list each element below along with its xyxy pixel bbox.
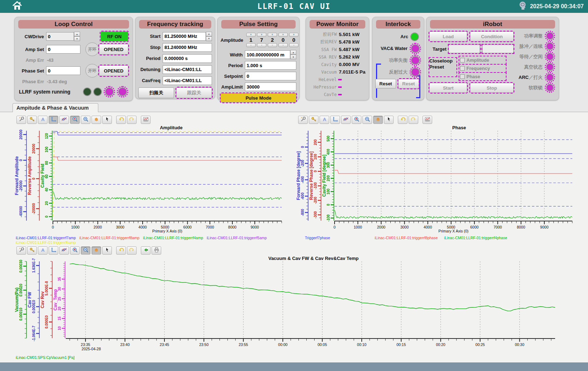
- svg-text:35: 35: [58, 277, 61, 281]
- freq-start-down-button[interactable]: ▼: [206, 36, 212, 41]
- cursor-button[interactable]: [384, 116, 394, 124]
- pulse-mode-button[interactable]: Pulse Mode: [221, 93, 296, 102]
- zoom-out-button[interactable]: [362, 116, 372, 124]
- zoom-out-button[interactable]: [81, 116, 90, 124]
- axes-button[interactable]: [49, 246, 58, 255]
- freq-start-spinner: ▲▼: [206, 32, 212, 41]
- frequency-checkbox[interactable]: [460, 66, 465, 71]
- axes-button[interactable]: [49, 116, 58, 124]
- curves-button[interactable]: [341, 116, 351, 124]
- key-button[interactable]: [27, 116, 37, 124]
- x-axis: 23:352025-04-2823:4023:4523:5023:5500:00…: [66, 338, 569, 353]
- target-field-2[interactable]: [482, 45, 514, 53]
- text-button[interactable]: A: [320, 116, 329, 124]
- amp-opened-button[interactable]: OPENED: [99, 44, 128, 55]
- freq-period-input[interactable]: [163, 54, 212, 63]
- svg-text:23:45: 23:45: [160, 342, 169, 347]
- phase-opened-button[interactable]: OPENED: [99, 65, 128, 76]
- digit-4-minus-button[interactable]: -: [278, 43, 288, 47]
- wrench-button[interactable]: [16, 116, 26, 124]
- plot-area[interactable]: [66, 261, 555, 338]
- cwdrive-down-button[interactable]: ▼: [74, 36, 80, 41]
- cursor-button[interactable]: [102, 246, 112, 255]
- zoom-in-button[interactable]: [70, 246, 80, 255]
- pan-button[interactable]: [373, 116, 383, 124]
- irobot-status-led-2: [546, 42, 554, 50]
- digit-5-plus-button[interactable]: +: [289, 33, 298, 37]
- digit-4-plus-button[interactable]: +: [278, 33, 288, 37]
- brain-icon[interactable]: [518, 1, 527, 12]
- load-button[interactable]: Load: [429, 31, 467, 41]
- pulse-width-up-button[interactable]: ▲: [290, 50, 296, 55]
- zoom-out-button[interactable]: [81, 246, 90, 255]
- condition-button[interactable]: Condition: [470, 31, 514, 41]
- amp-set-input[interactable]: [46, 45, 80, 54]
- undo-icon: [400, 116, 406, 123]
- target-field-1[interactable]: [449, 45, 480, 53]
- digit-2-plus-button[interactable]: +: [257, 33, 266, 37]
- text-button[interactable]: A: [38, 246, 48, 255]
- redo-button[interactable]: [409, 116, 418, 124]
- freq-stop-input[interactable]: [163, 43, 212, 52]
- cwdrive-up-button[interactable]: ▲: [74, 32, 80, 36]
- axes-button[interactable]: [330, 116, 340, 124]
- pulse-width-input[interactable]: [245, 50, 290, 59]
- plot-area[interactable]: [53, 131, 282, 221]
- phase-open-loop-button[interactable]: 开环: [85, 64, 99, 77]
- undo-button[interactable]: [398, 116, 407, 124]
- tab-amplitude-phase-vacuum[interactable]: Ampitude & Phase & Vacuum: [13, 103, 98, 112]
- zoom-in-button[interactable]: [352, 116, 361, 124]
- interlock-reset-button[interactable]: Reset: [375, 79, 396, 89]
- freq-detuning-input[interactable]: [163, 65, 212, 74]
- svg-text:100: 100: [45, 146, 49, 152]
- pan-button[interactable]: [92, 246, 101, 255]
- freq-start-input[interactable]: [163, 32, 206, 41]
- freq-button-1[interactable]: 扫频关: [138, 87, 174, 98]
- curves-icon: [343, 116, 349, 123]
- pan-button[interactable]: [92, 116, 101, 124]
- digit-2-minus-button[interactable]: -: [257, 43, 266, 47]
- pulse-period-input[interactable]: [245, 61, 296, 70]
- digit-3-minus-button[interactable]: -: [268, 43, 277, 47]
- curves-button[interactable]: [59, 246, 69, 255]
- phase-checkbox[interactable]: [460, 74, 465, 79]
- undo-button[interactable]: [116, 116, 126, 124]
- plot-area[interactable]: [335, 131, 572, 221]
- pulse-setpoint-input[interactable]: [245, 72, 296, 80]
- wrench-button[interactable]: [298, 116, 308, 124]
- pulse-amplimit-input[interactable]: [245, 82, 296, 91]
- freq-start-up-button[interactable]: ▲: [206, 32, 212, 36]
- digit-5-minus-button[interactable]: -: [289, 43, 298, 47]
- phase-set-input[interactable]: [46, 66, 80, 75]
- pulse-width-down-button[interactable]: ▼: [290, 55, 296, 59]
- print-button[interactable]: [152, 246, 161, 255]
- checkbox-row-frequency: Frequency: [459, 65, 506, 72]
- start-button[interactable]: Start: [429, 83, 467, 93]
- digit-1-plus-button[interactable]: +: [246, 33, 256, 37]
- cwdrive-input[interactable]: [46, 32, 74, 41]
- digit-3-plus-button[interactable]: +: [268, 33, 277, 37]
- zoom-in-button[interactable]: [70, 116, 80, 124]
- amplitude-checkbox[interactable]: [460, 58, 465, 62]
- cursor-button[interactable]: [102, 116, 112, 124]
- curves-button[interactable]: [59, 116, 69, 124]
- interlock-row: 反射过大: [372, 66, 424, 78]
- freq-cavfreq-input[interactable]: [163, 76, 212, 85]
- rf-on-button[interactable]: RF ON: [100, 31, 128, 41]
- wrench-button[interactable]: [16, 246, 26, 255]
- key-button[interactable]: [27, 246, 37, 255]
- interlock-reset2-button[interactable]: Reset: [398, 79, 419, 89]
- snapshot-button[interactable]: [141, 116, 150, 124]
- stop-button[interactable]: Stop: [470, 83, 514, 93]
- amp-open-loop-button[interactable]: 开环: [85, 42, 99, 56]
- redo-button[interactable]: [127, 246, 137, 255]
- snapshot-button[interactable]: [423, 116, 432, 124]
- digit-1-minus-button[interactable]: -: [246, 43, 256, 47]
- freq-button-2[interactable]: 跟踪关: [176, 87, 212, 98]
- redo-button[interactable]: [127, 116, 137, 124]
- key-button[interactable]: [309, 116, 318, 124]
- back-button[interactable]: [141, 246, 150, 255]
- undo-button[interactable]: [116, 246, 126, 255]
- svg-text:A: A: [41, 117, 45, 122]
- text-button[interactable]: A: [38, 116, 48, 124]
